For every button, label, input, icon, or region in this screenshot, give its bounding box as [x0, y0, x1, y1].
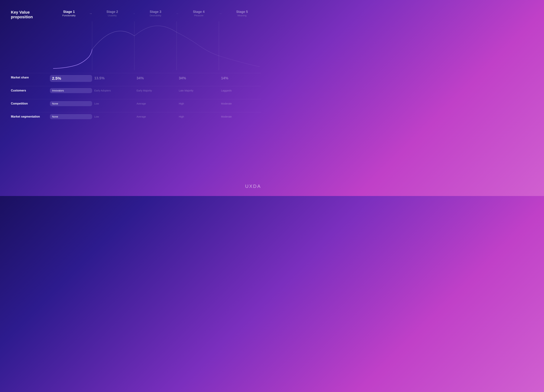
market-share-cell-3: 34%	[134, 75, 177, 82]
market-share-cell-4: 34%	[177, 75, 219, 82]
customers-label: Customers	[11, 88, 50, 92]
stage-5-header: Stage 5 Meaning	[223, 10, 261, 17]
competition-value-1: None	[52, 102, 58, 105]
key-value-label: Key Value proposition	[11, 10, 50, 20]
chart-area	[11, 21, 261, 70]
competition-value-2: Low	[94, 102, 99, 105]
arrow-4: →	[218, 10, 223, 16]
competition-cell-2: Low	[92, 101, 134, 106]
market-seg-cell-3: Average	[134, 114, 177, 119]
market-share-cell-2: 13.5%	[92, 75, 134, 82]
stage-3-sub: Desirability	[136, 14, 175, 17]
arrow-3: →	[175, 10, 180, 16]
chart-svg-area	[50, 21, 261, 70]
chart-svg	[50, 21, 261, 70]
market-seg-values: None Low Average High Moderate	[50, 114, 261, 119]
stage-1-name: Stage 1	[50, 10, 88, 14]
competition-row: Competition None Low Average High Modera…	[11, 99, 261, 112]
market-share-value-5: 14%	[221, 76, 228, 80]
main-container: Key Value proposition Stage 1 Functional…	[0, 0, 272, 196]
stage-1-sub: Functionality	[50, 14, 88, 17]
customers-value-3: Early Majority	[136, 89, 152, 92]
market-share-label: Market share	[11, 75, 50, 80]
uxda-logo: UXDA	[245, 184, 261, 189]
stage-3-name: Stage 3	[136, 10, 175, 14]
market-seg-value-4: High	[179, 115, 184, 118]
market-share-row: Market share 2.5% 13.5% 34% 34% 14%	[11, 73, 261, 86]
stage-3-header: Stage 3 Desirability	[136, 10, 175, 17]
stage-5-sub: Meaning	[223, 14, 261, 17]
stage-4-sub: Pleasure	[180, 14, 218, 17]
market-seg-value-2: Low	[94, 115, 99, 118]
competition-values: None Low Average High Moderate	[50, 101, 261, 106]
market-share-cell-5: 14%	[219, 75, 261, 82]
market-share-values: 2.5% 13.5% 34% 34% 14%	[50, 75, 261, 82]
market-seg-label: Market segmentation	[11, 114, 50, 119]
market-share-value-3: 34%	[136, 76, 144, 80]
customers-value-1: Innovators	[52, 89, 64, 92]
stage-2-name: Stage 2	[93, 10, 131, 14]
market-seg-cell-1: None	[50, 114, 92, 119]
customers-cell-4: Late Majority	[177, 88, 219, 93]
market-share-value-1: 2.5%	[52, 76, 61, 81]
market-seg-value-3: Average	[136, 115, 146, 118]
customers-cell-5: Laggards	[219, 88, 261, 93]
stage-1-header: Stage 1 Functionality	[50, 10, 88, 17]
customers-cell-3: Early Majority	[134, 88, 177, 93]
arrow-1: →	[88, 10, 93, 16]
market-seg-value-1: None	[52, 115, 58, 118]
competition-value-3: Average	[136, 102, 146, 105]
market-seg-cell-4: High	[177, 114, 219, 119]
competition-cell-4: High	[177, 101, 219, 106]
market-seg-cell-2: Low	[92, 114, 134, 119]
page-title: Key Value proposition	[11, 10, 50, 20]
competition-value-5: Moderate	[221, 102, 232, 105]
customers-cell-2: Early Adopters	[92, 88, 134, 93]
arrow-2: →	[131, 10, 136, 16]
stage-4-header: Stage 4 Pleasure	[180, 10, 218, 17]
customers-cell-1: Innovators	[50, 88, 92, 93]
top-section: Key Value proposition Stage 1 Functional…	[11, 10, 261, 20]
competition-label: Competition	[11, 101, 50, 106]
competition-value-4: High	[179, 102, 184, 105]
market-seg-row: Market segmentation None Low Average Hig…	[11, 112, 261, 125]
customers-values: Innovators Early Adopters Early Majority…	[50, 88, 261, 93]
customers-value-5: Laggards	[221, 89, 231, 92]
competition-cell-1: None	[50, 101, 92, 106]
stage-4-name: Stage 4	[180, 10, 218, 14]
stage-5-name: Stage 5	[223, 10, 261, 14]
stages-header: Stage 1 Functionality → Stage 2 Usabilit…	[50, 10, 261, 17]
market-share-value-2: 13.5%	[94, 76, 105, 80]
data-section: Market share 2.5% 13.5% 34% 34% 14%	[11, 73, 261, 125]
customers-value-4: Late Majority	[179, 89, 193, 92]
customers-value-2: Early Adopters	[94, 89, 111, 92]
market-share-value-4: 34%	[179, 76, 186, 80]
customers-row: Customers Innovators Early Adopters Earl…	[11, 86, 261, 99]
market-share-cell-1: 2.5%	[50, 75, 92, 82]
stage-2-sub: Usability	[93, 14, 131, 17]
market-seg-value-5: Moderate	[221, 115, 232, 118]
competition-cell-5: Moderate	[219, 101, 261, 106]
market-seg-cell-5: Moderate	[219, 114, 261, 119]
chart-label-col	[11, 21, 50, 70]
stage-2-header: Stage 2 Usability	[93, 10, 131, 17]
competition-cell-3: Average	[134, 101, 177, 106]
